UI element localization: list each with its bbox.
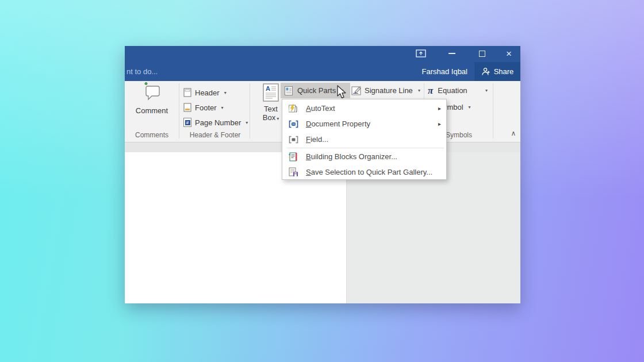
minimize-icon: [448, 53, 455, 54]
menu-item-building-blocks-organizer[interactable]: Building Blocks Organizer...: [282, 149, 446, 164]
header-footer-group-label: Header & Footer: [180, 131, 250, 139]
signature-line-icon: [351, 86, 362, 96]
minimize-button[interactable]: [437, 46, 467, 61]
chevron-down-icon: ▾: [224, 90, 227, 95]
tell-me-search-input[interactable]: nt to do...: [126, 62, 158, 81]
signature-line-button[interactable]: Signature Line ▾: [351, 83, 423, 98]
maximize-icon: [479, 51, 485, 57]
menu-label: Building Blocks Organizer...: [306, 152, 397, 161]
menu-item-autotext[interactable]: AutoText ▸: [282, 101, 446, 116]
page-number-icon: #: [183, 118, 191, 127]
chevron-down-icon: ▾: [485, 88, 488, 93]
footer-label: Footer: [195, 103, 217, 112]
menu-separator: [287, 148, 444, 148]
new-comment-icon: [143, 82, 161, 103]
titlebar-second-row: nt to do... Farshad Iqbal Share: [125, 62, 520, 81]
page-number-button[interactable]: # Page Number ▾: [183, 115, 248, 129]
text-box-label-line1: Text: [264, 105, 278, 113]
desktop-background: × nt to do... Farshad Iqbal Share: [0, 0, 644, 362]
close-icon: ×: [506, 49, 512, 59]
comment-label: Comment: [136, 106, 168, 115]
menu-item-save-selection[interactable]: Save Selection to Quick Part Gallery...: [282, 164, 446, 180]
svg-text:A: A: [266, 85, 270, 92]
hash-glyph: #: [185, 120, 190, 125]
page-number-label: Page Number: [195, 118, 241, 127]
group-separator: [250, 83, 250, 138]
share-person-icon: [481, 67, 490, 76]
quick-parts-menu: AutoText ▸ Document Property ▸: [282, 99, 447, 180]
chevron-down-icon: ▾: [246, 120, 248, 125]
menu-item-field[interactable]: Field...: [282, 132, 446, 147]
building-blocks-organizer-icon: [287, 152, 300, 161]
menu-label: Save Selection to Quick Part Gallery...: [306, 168, 432, 176]
share-label: Share: [494, 67, 514, 76]
autotext-icon: [287, 104, 300, 113]
header-button[interactable]: Header ▾: [183, 86, 227, 99]
collapse-ribbon-button[interactable]: ∧: [507, 129, 520, 137]
text-box-label-line2: Box▾: [263, 113, 279, 122]
comments-group-label: Comments: [125, 131, 179, 139]
menu-label: Field...: [306, 135, 328, 144]
menu-label: Document Property: [306, 120, 370, 128]
ribbon-display-options-button[interactable]: [405, 46, 437, 61]
pi-icon: π: [428, 85, 433, 97]
chevron-down-icon: ▾: [418, 88, 420, 93]
ribbon-display-options-icon: [416, 49, 426, 57]
quick-parts-icon: [284, 86, 293, 95]
footer-icon: [183, 103, 191, 112]
maximize-button[interactable]: [467, 46, 497, 61]
equation-label: Equation: [438, 86, 467, 95]
share-button[interactable]: Share: [474, 62, 520, 81]
quick-parts-label: Quick Parts: [297, 86, 336, 95]
menu-item-document-property[interactable]: Document Property ▸: [282, 116, 446, 132]
mouse-cursor: [336, 85, 349, 100]
footer-button[interactable]: Footer ▾: [183, 101, 224, 114]
group-separator: [179, 83, 179, 138]
save-to-gallery-icon: [287, 167, 300, 177]
field-icon: [287, 136, 300, 144]
chevron-down-icon: ▾: [277, 116, 279, 121]
group-separator: [493, 83, 493, 138]
submenu-arrow-icon: ▸: [438, 121, 441, 127]
text-box-icon: A: [263, 83, 279, 102]
comment-button[interactable]: Comment: [129, 82, 174, 115]
window-controls: ×: [405, 46, 520, 61]
equation-button[interactable]: π Equation ▾: [428, 83, 489, 98]
signed-in-user[interactable]: Farshad Iqbal: [422, 67, 468, 76]
close-button[interactable]: ×: [497, 46, 520, 61]
word-window: × nt to do... Farshad Iqbal Share: [125, 46, 520, 303]
header-label: Header: [195, 88, 220, 97]
chevron-down-icon: ▾: [221, 105, 224, 110]
document-property-icon: [287, 120, 300, 128]
submenu-arrow-icon: ▸: [438, 105, 441, 111]
menu-label: AutoText: [306, 104, 335, 113]
header-icon: [183, 88, 191, 97]
chevron-down-icon: ▾: [469, 105, 471, 110]
titlebar: × nt to do... Farshad Iqbal Share: [125, 46, 520, 81]
signature-line-label: Signature Line: [365, 86, 413, 95]
